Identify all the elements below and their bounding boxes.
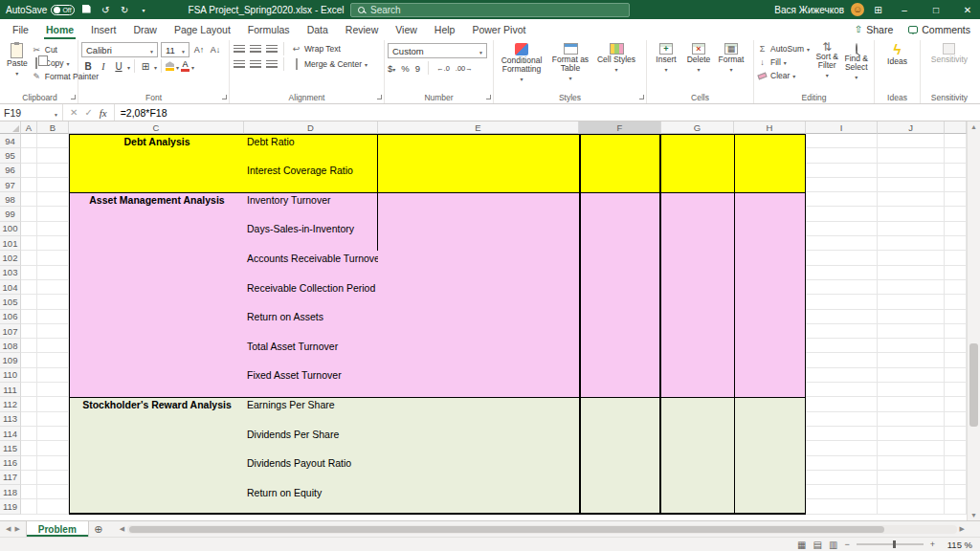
cell-F97[interactable] xyxy=(579,178,661,192)
cell-F112[interactable] xyxy=(579,397,661,411)
cell-I115[interactable] xyxy=(806,441,878,455)
autosave-switch-icon[interactable]: Off xyxy=(51,5,74,15)
row-header-102[interactable]: 102 xyxy=(0,251,21,265)
ideas-button[interactable]: ϟ Ideas xyxy=(885,41,909,91)
zoom-in-button[interactable]: + xyxy=(930,540,935,549)
cell-D105[interactable] xyxy=(244,295,378,309)
row-header-95[interactable]: 95 xyxy=(0,148,21,163)
user-name[interactable]: Вася Жижечков xyxy=(774,5,844,15)
paste-dropdown-icon[interactable] xyxy=(15,69,18,78)
ribbon-tab-review[interactable]: Review xyxy=(337,19,387,39)
ribbon-tab-home[interactable]: Home xyxy=(37,19,82,39)
cell-E116[interactable] xyxy=(378,456,579,471)
cell-D100[interactable]: Days-Sales-in-Inventory xyxy=(244,222,378,236)
cell-D109[interactable] xyxy=(244,353,378,367)
cell-D104[interactable]: Receivable Collection Period xyxy=(244,280,378,295)
cell-C104[interactable] xyxy=(69,280,244,295)
cell-H94[interactable] xyxy=(734,134,806,148)
formula-input[interactable]: =2,08*F18 xyxy=(115,104,980,121)
cell-K115[interactable] xyxy=(945,441,967,455)
cell-J97[interactable] xyxy=(878,178,945,192)
cell-K112[interactable] xyxy=(945,397,967,411)
cell-G103[interactable] xyxy=(661,266,734,280)
row-header-112[interactable]: 112 xyxy=(0,397,21,411)
cell-F113[interactable] xyxy=(579,412,661,427)
cell-K118[interactable] xyxy=(945,485,967,499)
cancel-entry-icon[interactable]: ✕ xyxy=(70,107,78,118)
cell-D101[interactable] xyxy=(244,236,378,251)
cell-I108[interactable] xyxy=(806,339,878,353)
page-layout-view-icon[interactable]: ▤ xyxy=(813,540,822,550)
row-header-119[interactable]: 119 xyxy=(0,499,21,514)
cell-D94[interactable]: Debt Ratio xyxy=(244,134,378,148)
cell-F108[interactable] xyxy=(579,339,661,353)
cell-C98[interactable]: Asset Management Analysis xyxy=(69,192,244,207)
cell-I116[interactable] xyxy=(806,456,878,471)
cell-E101[interactable] xyxy=(378,236,579,251)
cell-B110[interactable] xyxy=(37,368,69,383)
decrease-font-size-button[interactable]: A↓ xyxy=(209,43,222,56)
cell-F115[interactable] xyxy=(579,441,661,455)
new-sheet-button[interactable]: ⊕ xyxy=(89,521,108,537)
name-box-dropdown-icon[interactable] xyxy=(54,107,58,119)
close-button[interactable]: ✕ xyxy=(955,0,980,19)
comma-style-button[interactable]: 9 xyxy=(415,63,420,74)
cell-A116[interactable] xyxy=(21,456,37,471)
cell-J96[interactable] xyxy=(878,164,945,178)
cell-E99[interactable] xyxy=(378,207,579,221)
cell-K108[interactable] xyxy=(945,339,967,353)
row-header-105[interactable]: 105 xyxy=(0,295,21,309)
cell-J106[interactable] xyxy=(878,310,945,324)
column-header-G[interactable]: G xyxy=(661,121,734,134)
cell-D111[interactable] xyxy=(244,383,378,397)
cell-E107[interactable] xyxy=(378,324,579,339)
cell-D115[interactable] xyxy=(244,441,378,455)
cell-H104[interactable] xyxy=(734,280,806,295)
cell-E103[interactable] xyxy=(378,266,579,280)
cell-B95[interactable] xyxy=(37,148,69,163)
align-middle-icon[interactable] xyxy=(250,45,261,53)
cell-A99[interactable] xyxy=(21,207,37,221)
cell-E105[interactable] xyxy=(378,295,579,309)
cell-K98[interactable] xyxy=(945,192,967,207)
cell-J114[interactable] xyxy=(878,427,945,441)
cell-F95[interactable] xyxy=(579,148,661,163)
cell-B118[interactable] xyxy=(37,485,69,499)
cell-K102[interactable] xyxy=(945,251,967,265)
cell-I105[interactable] xyxy=(806,295,878,309)
cell-J102[interactable] xyxy=(878,251,945,265)
cell-D116[interactable]: Dividends Payout Ratio xyxy=(244,456,378,471)
cell-G99[interactable] xyxy=(661,207,734,221)
cell-F119[interactable] xyxy=(579,499,661,514)
align-bottom-icon[interactable] xyxy=(266,45,278,53)
column-header-J[interactable]: J xyxy=(878,121,945,134)
cell-B99[interactable] xyxy=(37,207,69,221)
cell-J100[interactable] xyxy=(878,222,945,236)
cell-J112[interactable] xyxy=(878,397,945,411)
cell-B117[interactable] xyxy=(37,471,69,485)
cell-F100[interactable] xyxy=(579,222,661,236)
cell-G108[interactable] xyxy=(661,339,734,353)
cell-D98[interactable]: Inventory Turnover xyxy=(244,192,378,207)
row-header-106[interactable]: 106 xyxy=(0,310,21,324)
row-header-104[interactable]: 104 xyxy=(0,280,21,295)
cell-H110[interactable] xyxy=(734,368,806,383)
cell-A105[interactable] xyxy=(21,295,37,309)
row-header-109[interactable]: 109 xyxy=(0,353,21,367)
cell-K109[interactable] xyxy=(945,353,967,367)
cell-F103[interactable] xyxy=(579,266,661,280)
cell-J117[interactable] xyxy=(878,471,945,485)
delete-cells-button[interactable]: × Delete xyxy=(682,41,715,91)
page-break-view-icon[interactable]: ▥ xyxy=(829,540,837,550)
cell-D108[interactable]: Total Asset Turnover xyxy=(244,339,378,353)
cell-I118[interactable] xyxy=(806,485,878,499)
cell-I113[interactable] xyxy=(806,412,878,427)
cell-J99[interactable] xyxy=(878,207,945,221)
ribbon-display-options-icon[interactable]: ⊞ xyxy=(871,5,885,15)
cell-B104[interactable] xyxy=(37,280,69,295)
align-right-icon[interactable] xyxy=(266,60,278,68)
cell-F116[interactable] xyxy=(579,456,661,471)
scroll-right-icon[interactable]: ▶ xyxy=(960,525,965,533)
cell-E96[interactable] xyxy=(378,164,579,178)
cell-H119[interactable] xyxy=(734,499,806,514)
